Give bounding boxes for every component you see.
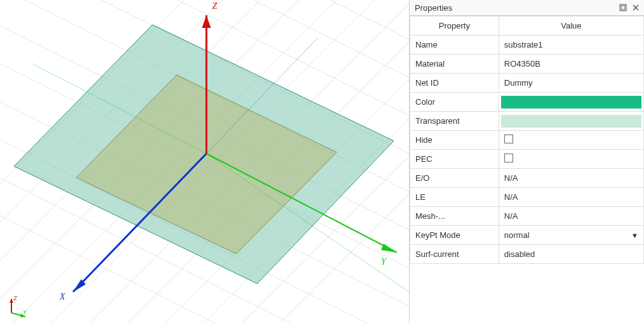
panel-header: Properties: [410, 0, 644, 16]
svg-text:Z: Z: [13, 295, 17, 301]
panel-title: Properties: [415, 3, 617, 13]
col-value: Value: [499, 16, 643, 36]
app-root: Z Y X Z Y Properties: [0, 0, 644, 323]
value-netid[interactable]: Dummy: [499, 74, 643, 93]
chevron-down-icon: ▼: [631, 232, 638, 239]
row-netid[interactable]: Net ID Dummy: [410, 74, 644, 93]
properties-panel: Properties Property Value Name: [409, 0, 644, 323]
value-material[interactable]: RO4350B: [499, 55, 643, 74]
row-le[interactable]: LE N/A: [410, 188, 644, 207]
transparent-swatch[interactable]: [501, 115, 641, 128]
row-eo[interactable]: E/O N/A: [410, 169, 644, 188]
row-material[interactable]: Material RO4350B: [410, 55, 644, 74]
col-property: Property: [410, 16, 499, 36]
origin-indicator: Z Y: [6, 295, 29, 318]
svg-rect-39: [621, 6, 625, 10]
viewport-3d[interactable]: Z Y X Z Y: [0, 0, 409, 323]
axis-label-z: Z: [212, 1, 217, 11]
row-pec[interactable]: PEC: [410, 150, 644, 169]
value-le[interactable]: N/A: [499, 188, 643, 207]
value-surf[interactable]: disabled: [499, 245, 643, 264]
pec-checkbox[interactable]: [504, 154, 513, 162]
svg-marker-31: [202, 15, 211, 28]
row-name[interactable]: Name substrate1: [410, 36, 644, 55]
viewport-canvas: [0, 0, 409, 323]
properties-table: Property Value Name substrate1 Material …: [410, 16, 644, 264]
panel-dock-icon[interactable]: [617, 3, 629, 13]
row-hide[interactable]: Hide: [410, 131, 644, 150]
value-mesh[interactable]: N/A: [499, 207, 643, 226]
color-swatch[interactable]: [501, 96, 641, 109]
row-color[interactable]: Color: [410, 93, 644, 112]
axis-label-y: Y: [381, 257, 386, 267]
keypt-dropdown[interactable]: normal ▼: [504, 230, 638, 240]
row-keypt[interactable]: KeyPt Mode normal ▼: [410, 226, 644, 245]
value-name[interactable]: substrate1: [499, 36, 643, 55]
row-transparent[interactable]: Transparent: [410, 112, 644, 131]
table-header-row: Property Value: [410, 16, 644, 36]
row-mesh[interactable]: Mesh-... N/A: [410, 207, 644, 226]
svg-text:Y: Y: [23, 309, 27, 315]
row-surf[interactable]: Surf-current disabled: [410, 245, 644, 264]
hide-checkbox[interactable]: [504, 135, 513, 143]
close-icon[interactable]: [630, 3, 641, 13]
value-eo[interactable]: N/A: [499, 169, 643, 188]
axis-label-x: X: [60, 292, 65, 302]
svg-marker-26: [381, 244, 397, 253]
